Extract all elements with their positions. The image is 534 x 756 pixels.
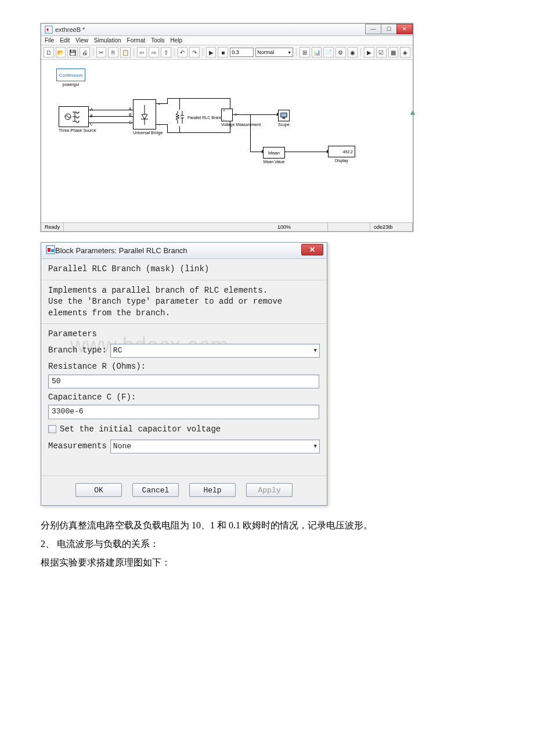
stop-icon[interactable]: ■ xyxy=(218,47,228,57)
bridge-port-b: B xyxy=(129,113,132,117)
mean-value-block[interactable]: Mean Mean Value xyxy=(263,147,285,164)
tool-icon-5[interactable]: ◉ xyxy=(348,47,358,57)
mode-select[interactable]: Normal▼ xyxy=(255,48,293,57)
cancel-button[interactable]: Cancel xyxy=(132,483,179,497)
save-icon[interactable]: 💾 xyxy=(67,47,78,57)
side-decoration xyxy=(410,107,415,115)
scope-block[interactable]: Scope xyxy=(278,110,290,127)
powergui-label: powergui xyxy=(56,82,85,87)
menu-view[interactable]: View xyxy=(75,37,88,44)
rlc-label: Parallel RLC Branch xyxy=(187,116,224,120)
menu-edit[interactable]: Edit xyxy=(60,37,70,44)
menu-help[interactable]: Help xyxy=(171,37,183,44)
mean-text: Mean xyxy=(263,147,285,159)
menu-file[interactable]: File xyxy=(45,37,54,44)
tool-icon-8[interactable]: ▦ xyxy=(388,47,399,57)
menu-format[interactable]: Format xyxy=(127,37,146,44)
mean-label: Mean Value xyxy=(263,160,285,164)
set-initial-label: Set the initial capacitor voltage xyxy=(60,424,221,435)
tool-icon-1[interactable]: ⊞ xyxy=(300,47,310,57)
document-text: 分别仿真整流电路空载及负载电阻为 10、1 和 0.1 欧姆时的情况，记录电压波… xyxy=(41,516,493,572)
undo-icon[interactable]: ↶ xyxy=(178,47,188,57)
branch-type-label: Branch type: xyxy=(48,345,107,357)
tool-icon-6[interactable]: ▶ xyxy=(364,47,374,57)
resistance-input[interactable]: 50 xyxy=(48,375,319,388)
dialog-title: Block Parameters: Parallel RLC Branch xyxy=(55,246,187,255)
bridge-port-c: C xyxy=(129,120,132,124)
universal-bridge-block[interactable]: A B C + - Universal Bridge xyxy=(133,99,163,135)
dialog-button-row: OK Cancel Help Apply xyxy=(41,476,327,505)
universal-bridge-label: Universal Bridge xyxy=(133,131,163,135)
svg-rect-5 xyxy=(51,249,54,252)
measurements-select[interactable]: None ▼ xyxy=(110,440,320,453)
simulink-title: exthreeB * xyxy=(55,26,85,33)
print-icon[interactable]: 🖨 xyxy=(80,47,90,57)
powergui-block[interactable]: Continuous powergui xyxy=(56,69,85,87)
cn-line3: 根据实验要求搭建原理图如下： xyxy=(41,553,493,572)
tool-icon-2[interactable]: 📊 xyxy=(312,47,322,57)
paste-icon[interactable]: 📋 xyxy=(120,47,131,57)
simulink-dialog-icon xyxy=(46,245,55,256)
set-initial-checkbox[interactable] xyxy=(48,425,56,433)
close-button[interactable]: ✕ xyxy=(396,24,413,34)
copy-icon[interactable]: ⎘ xyxy=(108,47,118,57)
simulink-toolbar: 🗋 📂 💾 🖨 ✂ ⎘ 📋 ⇦ ⇨ ⇧ ↶ ↷ ▶ ■ 0.3 Normal▼ … xyxy=(41,45,413,60)
capacitance-input[interactable]: 3300e-6 xyxy=(48,405,319,419)
voltage-measurement-block[interactable]: + - v Voltage Measurement xyxy=(221,109,261,127)
measurements-label: Measurements xyxy=(48,441,107,452)
maximize-button[interactable]: ☐ xyxy=(381,24,397,34)
display-block[interactable]: 492.2 Display xyxy=(328,146,355,163)
powergui-text: Continuous xyxy=(56,69,85,81)
block-parameters-dialog: Block Parameters: Parallel RLC Branch ✕ … xyxy=(41,242,327,506)
dialog-desc-line2: Use the 'Branch type' parameter to add o… xyxy=(48,296,320,319)
forward-icon[interactable]: ⇨ xyxy=(149,47,159,57)
branch-type-select[interactable]: RC ▼ xyxy=(110,344,320,358)
simulink-statusbar: Ready 100% ode23tb xyxy=(41,222,413,231)
three-phase-label: Three-Phase Source xyxy=(59,128,96,132)
display-label: Display xyxy=(328,159,355,163)
chevron-down-icon: ▼ xyxy=(314,347,317,355)
chevron-down-icon: ▼ xyxy=(314,443,317,451)
dialog-titlebar: Block Parameters: Parallel RLC Branch ✕ xyxy=(41,243,327,259)
minimize-button[interactable]: — xyxy=(365,24,381,34)
dialog-close-button[interactable]: ✕ xyxy=(301,244,323,255)
ok-button[interactable]: OK xyxy=(75,483,122,497)
back-icon[interactable]: ⇦ xyxy=(137,47,147,57)
menu-simulation[interactable]: Simulation xyxy=(94,37,121,44)
tool-icon-4[interactable]: ⚙ xyxy=(335,47,346,57)
cn-line1: 分别仿真整流电路空载及负载电阻为 10、1 和 0.1 欧姆时的情况，记录电压波… xyxy=(41,516,493,535)
display-value: 492.2 xyxy=(328,146,355,157)
apply-button[interactable]: Apply xyxy=(246,483,293,497)
tool-icon-3[interactable]: 📄 xyxy=(323,47,334,57)
status-solver: ode23tb xyxy=(370,223,413,231)
simulink-window: exthreeB * — ☐ ✕ File Edit View Simulati… xyxy=(41,23,413,232)
help-button[interactable]: Help xyxy=(189,483,236,497)
measurements-value: None xyxy=(113,441,131,452)
open-icon[interactable]: 📂 xyxy=(56,47,66,57)
stop-time-field[interactable]: 0.3 xyxy=(230,48,254,57)
status-ready: Ready xyxy=(41,223,64,231)
simulink-titlebar: exthreeB * — ☐ ✕ xyxy=(41,24,413,36)
dialog-desc-line1: Implements a parallel branch of RLC elem… xyxy=(48,285,320,297)
scope-label: Scope xyxy=(278,123,290,127)
rlc-branch-block[interactable]: Parallel RLC Branch xyxy=(175,110,185,126)
branch-type-value: RC xyxy=(113,345,122,356)
menu-tools[interactable]: Tools xyxy=(151,37,164,44)
resistance-label: Resistance R (Ohms): xyxy=(48,361,320,373)
vmeas-label: Voltage Measurement xyxy=(221,123,261,127)
svg-rect-3 xyxy=(282,118,285,119)
capacitance-label: Capacitance C (F): xyxy=(48,392,320,404)
play-icon[interactable]: ▶ xyxy=(206,47,217,57)
svg-rect-2 xyxy=(281,113,287,117)
tool-icon-7[interactable]: ☑ xyxy=(376,47,387,57)
parameters-label: Parameters xyxy=(48,329,320,340)
simulink-icon xyxy=(45,26,53,34)
bridge-port-a: A xyxy=(129,107,132,111)
dialog-mask-line: Parallel RLC Branch (mask) (link) xyxy=(41,259,327,280)
up-icon[interactable]: ⇧ xyxy=(161,47,171,57)
tool-icon-9[interactable]: ◈ xyxy=(400,47,410,57)
cut-icon[interactable]: ✂ xyxy=(96,47,107,57)
redo-icon[interactable]: ↷ xyxy=(189,47,200,57)
new-icon[interactable]: 🗋 xyxy=(44,47,54,57)
simulink-canvas[interactable]: Continuous powergui A B C Th xyxy=(41,60,413,222)
